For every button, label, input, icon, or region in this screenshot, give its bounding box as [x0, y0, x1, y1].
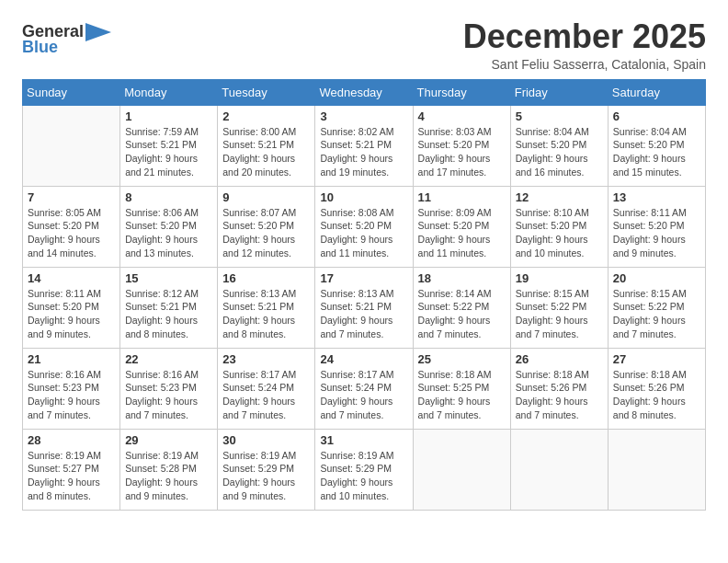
page-header: General Blue December 2025 Sant Feliu Sa… [22, 18, 706, 72]
day-info: Sunrise: 8:08 AMSunset: 5:20 PMDaylight:… [320, 206, 407, 260]
day-info: Sunrise: 8:11 AMSunset: 5:20 PMDaylight:… [28, 287, 115, 341]
calendar-cell: 11Sunrise: 8:09 AMSunset: 5:20 PMDayligh… [413, 186, 510, 267]
calendar-cell: 24Sunrise: 8:17 AMSunset: 5:24 PMDayligh… [315, 348, 413, 429]
calendar-cell [23, 105, 120, 186]
day-number: 12 [516, 190, 603, 204]
weekday-header-sunday: Sunday [23, 79, 120, 105]
day-number: 17 [320, 271, 407, 285]
weekday-header-monday: Monday [120, 79, 218, 105]
svg-marker-0 [85, 23, 111, 41]
calendar-cell [413, 429, 510, 510]
calendar-cell: 13Sunrise: 8:11 AMSunset: 5:20 PMDayligh… [608, 186, 705, 267]
location: Sant Feliu Sasserra, Catalonia, Spain [463, 57, 706, 72]
calendar-cell: 5Sunrise: 8:04 AMSunset: 5:20 PMDaylight… [510, 105, 608, 186]
title-block: December 2025 Sant Feliu Sasserra, Catal… [463, 18, 706, 72]
day-number: 14 [28, 271, 115, 285]
day-number: 1 [125, 109, 212, 123]
calendar-cell [608, 429, 705, 510]
weekday-header-tuesday: Tuesday [218, 79, 315, 105]
day-info: Sunrise: 8:15 AMSunset: 5:22 PMDaylight:… [613, 287, 700, 341]
day-info: Sunrise: 8:18 AMSunset: 5:25 PMDaylight:… [418, 368, 506, 422]
day-number: 10 [320, 190, 407, 204]
calendar-cell: 9Sunrise: 8:07 AMSunset: 5:20 PMDaylight… [218, 186, 315, 267]
day-info: Sunrise: 8:13 AMSunset: 5:21 PMDaylight:… [320, 287, 407, 341]
calendar-cell: 1Sunrise: 7:59 AMSunset: 5:21 PMDaylight… [120, 105, 218, 186]
month-title: December 2025 [463, 18, 706, 55]
calendar-cell: 12Sunrise: 8:10 AMSunset: 5:20 PMDayligh… [510, 186, 608, 267]
day-info: Sunrise: 8:13 AMSunset: 5:21 PMDaylight:… [222, 287, 310, 341]
day-number: 9 [222, 190, 310, 204]
calendar-cell: 3Sunrise: 8:02 AMSunset: 5:21 PMDaylight… [315, 105, 413, 186]
day-info: Sunrise: 8:16 AMSunset: 5:23 PMDaylight:… [28, 368, 115, 422]
calendar-cell: 26Sunrise: 8:18 AMSunset: 5:26 PMDayligh… [510, 348, 608, 429]
calendar-cell: 7Sunrise: 8:05 AMSunset: 5:20 PMDaylight… [23, 186, 120, 267]
day-number: 29 [125, 433, 212, 447]
day-info: Sunrise: 8:17 AMSunset: 5:24 PMDaylight:… [222, 368, 310, 422]
day-info: Sunrise: 8:04 AMSunset: 5:20 PMDaylight:… [516, 125, 603, 179]
weekday-header-wednesday: Wednesday [315, 79, 413, 105]
calendar-cell: 23Sunrise: 8:17 AMSunset: 5:24 PMDayligh… [218, 348, 315, 429]
calendar-body: 1Sunrise: 7:59 AMSunset: 5:21 PMDaylight… [23, 105, 706, 510]
day-number: 11 [418, 190, 506, 204]
day-info: Sunrise: 8:11 AMSunset: 5:20 PMDaylight:… [613, 206, 700, 260]
day-number: 5 [516, 109, 603, 123]
day-number: 8 [125, 190, 212, 204]
day-number: 26 [516, 352, 603, 366]
day-info: Sunrise: 8:03 AMSunset: 5:20 PMDaylight:… [418, 125, 506, 179]
calendar-cell: 29Sunrise: 8:19 AMSunset: 5:28 PMDayligh… [120, 429, 218, 510]
calendar-cell: 21Sunrise: 8:16 AMSunset: 5:23 PMDayligh… [23, 348, 120, 429]
calendar-cell: 4Sunrise: 8:03 AMSunset: 5:20 PMDaylight… [413, 105, 510, 186]
logo: General Blue [22, 22, 111, 57]
day-number: 15 [125, 271, 212, 285]
day-info: Sunrise: 8:04 AMSunset: 5:20 PMDaylight:… [613, 125, 700, 179]
day-number: 7 [28, 190, 115, 204]
day-number: 23 [222, 352, 310, 366]
day-number: 25 [418, 352, 506, 366]
calendar-cell: 19Sunrise: 8:15 AMSunset: 5:22 PMDayligh… [510, 267, 608, 348]
calendar-cell [510, 429, 608, 510]
weekday-header-saturday: Saturday [608, 79, 705, 105]
day-number: 16 [222, 271, 310, 285]
calendar-cell: 27Sunrise: 8:18 AMSunset: 5:26 PMDayligh… [608, 348, 705, 429]
day-info: Sunrise: 8:19 AMSunset: 5:27 PMDaylight:… [28, 449, 115, 503]
calendar-cell: 22Sunrise: 8:16 AMSunset: 5:23 PMDayligh… [120, 348, 218, 429]
calendar-cell: 2Sunrise: 8:00 AMSunset: 5:21 PMDaylight… [218, 105, 315, 186]
day-info: Sunrise: 8:19 AMSunset: 5:28 PMDaylight:… [125, 449, 212, 503]
day-info: Sunrise: 8:07 AMSunset: 5:20 PMDaylight:… [222, 206, 310, 260]
day-number: 22 [125, 352, 212, 366]
day-info: Sunrise: 8:09 AMSunset: 5:20 PMDaylight:… [418, 206, 506, 260]
calendar-cell: 30Sunrise: 8:19 AMSunset: 5:29 PMDayligh… [218, 429, 315, 510]
day-info: Sunrise: 8:14 AMSunset: 5:22 PMDaylight:… [418, 287, 506, 341]
logo-blue: Blue [22, 38, 58, 57]
calendar-week-row: 28Sunrise: 8:19 AMSunset: 5:27 PMDayligh… [23, 429, 706, 510]
day-info: Sunrise: 8:02 AMSunset: 5:21 PMDaylight:… [320, 125, 407, 179]
calendar-cell: 10Sunrise: 8:08 AMSunset: 5:20 PMDayligh… [315, 186, 413, 267]
day-number: 4 [418, 109, 506, 123]
day-number: 19 [516, 271, 603, 285]
calendar-week-row: 1Sunrise: 7:59 AMSunset: 5:21 PMDaylight… [23, 105, 706, 186]
calendar-week-row: 21Sunrise: 8:16 AMSunset: 5:23 PMDayligh… [23, 348, 706, 429]
day-number: 28 [28, 433, 115, 447]
weekday-header-friday: Friday [510, 79, 608, 105]
day-number: 3 [320, 109, 407, 123]
day-number: 27 [613, 352, 700, 366]
calendar-header-row: SundayMondayTuesdayWednesdayThursdayFrid… [23, 79, 706, 105]
day-info: Sunrise: 8:17 AMSunset: 5:24 PMDaylight:… [320, 368, 407, 422]
day-number: 2 [222, 109, 310, 123]
day-info: Sunrise: 8:00 AMSunset: 5:21 PMDaylight:… [222, 125, 310, 179]
calendar-cell: 20Sunrise: 8:15 AMSunset: 5:22 PMDayligh… [608, 267, 705, 348]
day-number: 31 [320, 433, 407, 447]
calendar-week-row: 14Sunrise: 8:11 AMSunset: 5:20 PMDayligh… [23, 267, 706, 348]
day-info: Sunrise: 8:05 AMSunset: 5:20 PMDaylight:… [28, 206, 115, 260]
calendar-cell: 17Sunrise: 8:13 AMSunset: 5:21 PMDayligh… [315, 267, 413, 348]
logo-arrow-icon [85, 23, 111, 41]
calendar-cell: 16Sunrise: 8:13 AMSunset: 5:21 PMDayligh… [218, 267, 315, 348]
calendar-cell: 15Sunrise: 8:12 AMSunset: 5:21 PMDayligh… [120, 267, 218, 348]
calendar-cell: 14Sunrise: 8:11 AMSunset: 5:20 PMDayligh… [23, 267, 120, 348]
day-number: 6 [613, 109, 700, 123]
calendar-cell: 18Sunrise: 8:14 AMSunset: 5:22 PMDayligh… [413, 267, 510, 348]
day-number: 24 [320, 352, 407, 366]
day-number: 18 [418, 271, 506, 285]
day-number: 21 [28, 352, 115, 366]
calendar-week-row: 7Sunrise: 8:05 AMSunset: 5:20 PMDaylight… [23, 186, 706, 267]
